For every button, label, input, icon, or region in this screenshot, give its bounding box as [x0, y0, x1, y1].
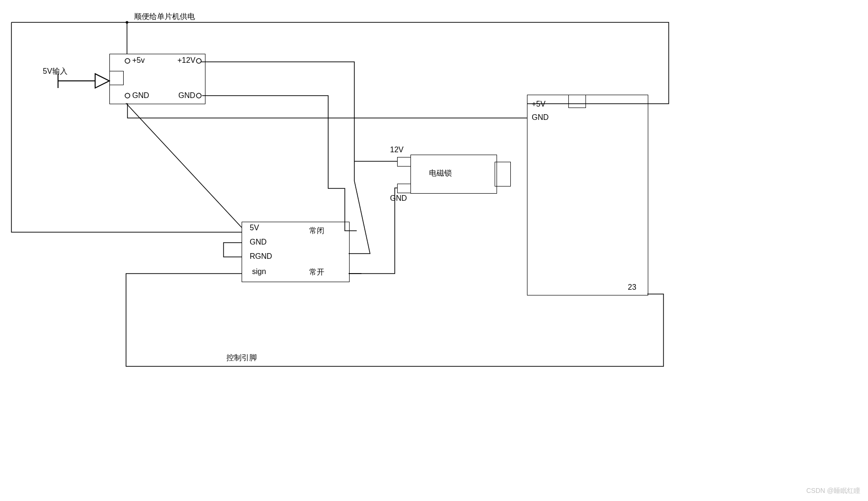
- converter-pin-out-v: +12V: [177, 56, 195, 65]
- mcu-box: [527, 95, 648, 295]
- mcu-pin-5v: +5V: [532, 100, 546, 108]
- diagram-canvas: 顺便给单片机供电 5V输入 +5v GND +12V GND 5V GND RG…: [0, 0, 868, 501]
- lock-body: [410, 155, 497, 194]
- lock-terminal-bottom: [397, 184, 411, 193]
- lock-label: 电磁锁: [429, 168, 452, 178]
- converter-pin-out-gnd: GND: [178, 91, 195, 100]
- converter-pin-in-gnd: GND: [132, 91, 149, 100]
- relay-pin-no: 常开: [309, 267, 324, 277]
- relay-pin-gnd: GND: [250, 238, 267, 246]
- relay-pin-sign: sign: [252, 267, 266, 276]
- converter-pin-in-v: +5v: [132, 56, 145, 65]
- mcu-pin-gnd: GND: [532, 113, 549, 122]
- svg-point-4: [126, 21, 128, 23]
- lock-pin-gnd: GND: [390, 194, 407, 203]
- label-control-pin: 控制引脚: [226, 353, 257, 363]
- lock-plunger: [495, 162, 511, 187]
- relay-pin-rgnd: RGND: [250, 252, 272, 261]
- lock-terminal-top: [397, 157, 411, 167]
- mcu-pin-io: 23: [628, 283, 636, 292]
- relay-pin-5v: 5V: [250, 224, 259, 232]
- relay-pin-nc: 常闭: [309, 226, 324, 236]
- lock-pin-v: 12V: [390, 146, 403, 154]
- input-jack: [109, 71, 124, 85]
- note-top: 顺便给单片机供电: [134, 12, 195, 22]
- label-5v-input: 5V输入: [43, 67, 68, 77]
- watermark: CSDN @睡眠红瞳: [806, 487, 860, 495]
- mcu-jack: [568, 95, 586, 108]
